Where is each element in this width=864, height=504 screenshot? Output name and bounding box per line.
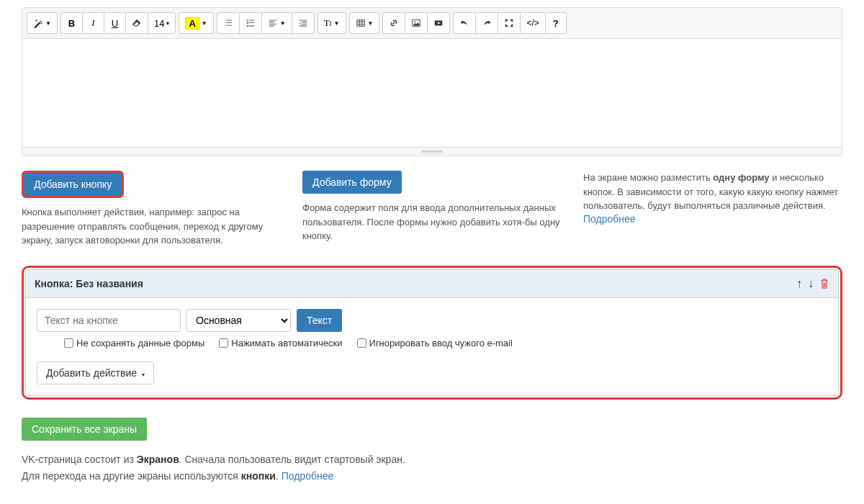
caret-down-icon: ▼ <box>45 20 51 27</box>
svg-point-1 <box>415 21 416 22</box>
add-form-button[interactable]: Добавить форму <box>302 171 402 194</box>
grip-icon <box>421 150 443 153</box>
fontsize-value: 14 <box>154 18 164 29</box>
help-button[interactable]: ? <box>545 12 567 34</box>
move-down-icon[interactable]: ↓ <box>808 277 814 290</box>
hint-column: На экране можно разместить одну форму и … <box>583 171 842 248</box>
codeview-button[interactable]: </> <box>520 12 544 34</box>
add-form-column: Добавить форму Форма содержит поля для в… <box>302 171 562 248</box>
add-button-column: Добавить кнопку Кнопка выполняет действи… <box>22 171 281 248</box>
caret-down-icon: ▼ <box>368 20 374 27</box>
ordered-list-button[interactable] <box>239 12 261 34</box>
caret-down-icon: ▼ <box>202 20 207 27</box>
editor-content-area[interactable] <box>22 39 842 147</box>
redo-button[interactable] <box>475 12 498 34</box>
ol-icon <box>246 18 256 28</box>
caret-down-icon: ▼ <box>280 20 286 27</box>
undo-icon <box>459 18 469 28</box>
redo-icon <box>482 18 492 28</box>
outdent-button[interactable] <box>292 12 315 34</box>
image-button[interactable] <box>405 12 427 34</box>
bold-button[interactable]: B <box>60 12 82 34</box>
caret-down-icon: ▼ <box>334 20 340 27</box>
magic-button[interactable]: ▼ <box>27 12 58 34</box>
add-action-dropdown[interactable]: Добавить действие ▾ <box>37 361 154 384</box>
fontsize-button[interactable]: 14▾ <box>148 12 176 34</box>
table-button[interactable]: ▼ <box>349 12 380 34</box>
paragraph-icon: TI <box>324 17 332 29</box>
image-icon <box>411 18 421 28</box>
footer-help-text: VK-страница состоит из Экранов. Сначала … <box>22 451 842 486</box>
eraser-button[interactable] <box>125 12 148 34</box>
table-icon <box>356 18 366 28</box>
add-form-description: Форма содержит поля для ввода дополнител… <box>302 201 562 243</box>
caret-down-icon: ▾ <box>166 20 169 27</box>
no-save-checkbox-label[interactable]: Не сохранять данные формы <box>64 338 204 348</box>
fullscreen-button[interactable] <box>498 12 520 34</box>
code-icon: </> <box>526 18 539 28</box>
eraser-icon <box>132 18 142 28</box>
add-button-description: Кнопка выполняет действия, например: зап… <box>22 205 281 248</box>
editor-toolbar: ▼ B I U 14▾ A ▼ <box>22 8 842 39</box>
align-button[interactable]: ▼ <box>261 12 292 34</box>
help-icon: ? <box>553 18 559 29</box>
video-button[interactable] <box>427 12 450 34</box>
save-all-screens-button[interactable]: Сохранить все экраны <box>22 418 147 441</box>
hint-more-link[interactable]: Подробнее <box>583 213 636 225</box>
link-button[interactable] <box>382 12 405 34</box>
button-card-title: Кнопка: Без названия <box>35 278 143 289</box>
caret-down-icon: ▾ <box>142 372 145 378</box>
footer-more-link[interactable]: Подробнее <box>282 470 334 482</box>
hint-text: На экране можно разместить одну форму и … <box>583 171 842 213</box>
text-color-button[interactable]: A ▼ <box>179 12 213 34</box>
button-card-header: Кнопка: Без названия ↑ ↓ <box>26 270 838 298</box>
ul-icon <box>223 18 233 28</box>
align-icon <box>268 18 278 28</box>
no-save-checkbox[interactable] <box>64 338 73 348</box>
button-text-input[interactable] <box>37 309 181 332</box>
button-config-card: Кнопка: Без названия ↑ ↓ Основная Текст … <box>22 266 842 400</box>
rich-text-editor: ▼ B I U 14▾ A ▼ <box>22 7 842 156</box>
add-button-button[interactable]: Добавить кнопку <box>22 171 124 198</box>
fullscreen-icon <box>504 18 514 28</box>
outdent-icon <box>298 18 308 28</box>
text-color-icon: A <box>185 17 199 30</box>
italic-button[interactable]: I <box>82 12 104 34</box>
move-up-icon[interactable]: ↑ <box>796 277 802 290</box>
auto-press-checkbox[interactable] <box>219 338 228 348</box>
magic-icon <box>33 18 43 28</box>
underline-button[interactable]: U <box>104 12 125 34</box>
video-icon <box>433 18 444 28</box>
text-type-button[interactable]: Текст <box>297 309 342 332</box>
auto-press-checkbox-label[interactable]: Нажимать автоматически <box>219 338 342 348</box>
paragraph-format-button[interactable]: TI ▼ <box>318 12 346 34</box>
ignore-email-checkbox[interactable] <box>357 338 366 348</box>
editor-resize-handle[interactable] <box>22 147 842 156</box>
undo-button[interactable] <box>453 12 475 34</box>
button-card-body: Основная Текст Не сохранять данные формы… <box>26 298 838 395</box>
button-style-select[interactable]: Основная <box>186 309 291 332</box>
ignore-email-checkbox-label[interactable]: Игнорировать ввод чужого e-mail <box>357 338 513 348</box>
unordered-list-button[interactable] <box>217 12 239 34</box>
link-icon <box>389 18 399 28</box>
delete-icon[interactable] <box>819 278 829 289</box>
action-columns: Добавить кнопку Кнопка выполняет действи… <box>22 171 842 248</box>
